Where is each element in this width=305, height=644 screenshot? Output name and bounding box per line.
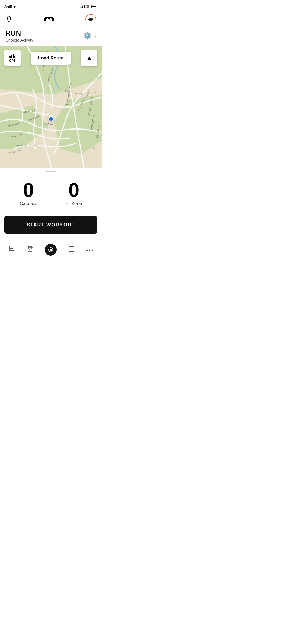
svg-point-27 bbox=[30, 247, 31, 248]
svg-text:MAJESTIC OAKS DR: MAJESTIC OAKS DR bbox=[16, 144, 37, 147]
trophy-icon bbox=[27, 245, 34, 254]
user-location-dot bbox=[48, 116, 54, 122]
svg-point-28 bbox=[50, 249, 52, 251]
nav-feed[interactable] bbox=[6, 244, 18, 255]
signal-icon bbox=[80, 5, 85, 8]
app-header bbox=[0, 12, 102, 28]
svg-rect-1 bbox=[89, 19, 93, 20]
activity-type: RUN bbox=[5, 29, 33, 37]
hr-zone-label: Hr Zone bbox=[65, 201, 82, 206]
navigation-arrow-button[interactable]: ▲ bbox=[81, 50, 97, 66]
bottom-nav bbox=[0, 239, 102, 263]
svg-point-37 bbox=[86, 249, 88, 251]
nav-more[interactable] bbox=[84, 245, 96, 255]
feed-icon bbox=[8, 245, 15, 254]
nav-challenges[interactable] bbox=[24, 244, 36, 255]
ua-logo bbox=[42, 15, 56, 24]
svg-point-39 bbox=[92, 249, 93, 251]
nav-record[interactable] bbox=[42, 243, 59, 257]
load-route-button[interactable]: Load Route bbox=[31, 52, 71, 65]
map-container[interactable]: AQUINA RIVER WAY HALSELL DR EPPERSON TRA… bbox=[0, 46, 102, 168]
hr-zone-value: 0 bbox=[68, 180, 79, 200]
start-workout-button[interactable]: START WORKOUT bbox=[4, 216, 97, 234]
activity-header: RUN Choose Activity ⚙️ › bbox=[0, 28, 102, 46]
battery-icon bbox=[91, 5, 97, 8]
hr-zone-stat: 0 Hr Zone bbox=[65, 180, 82, 206]
wifi-icon: ⌘ bbox=[86, 5, 90, 9]
avatar[interactable] bbox=[85, 14, 96, 25]
svg-point-38 bbox=[89, 249, 91, 251]
status-bar: 3:45 ➤ ⌘ bbox=[0, 0, 102, 12]
calories-stat: 0 Calories bbox=[20, 180, 37, 206]
calories-label: Calories bbox=[20, 201, 37, 206]
arrow-up-icon: ▲ bbox=[86, 54, 93, 62]
location-icon: ➤ bbox=[14, 5, 17, 9]
calories-value: 0 bbox=[23, 180, 33, 200]
gps-button[interactable]: GPS bbox=[4, 50, 21, 66]
status-icons: ⌘ bbox=[80, 5, 97, 9]
record-icon bbox=[45, 244, 57, 256]
log-icon bbox=[68, 245, 75, 254]
more-icon bbox=[86, 246, 93, 254]
activity-sub[interactable]: Choose Activity bbox=[5, 38, 33, 42]
nav-log[interactable] bbox=[65, 244, 78, 255]
activity-controls: ⚙️ › bbox=[83, 31, 96, 40]
gps-label: GPS bbox=[9, 59, 16, 62]
bell-icon[interactable] bbox=[5, 15, 12, 24]
shoe-icon bbox=[88, 16, 94, 23]
settings-icon[interactable]: ⚙️ bbox=[83, 31, 92, 40]
activity-info: RUN Choose Activity bbox=[5, 29, 33, 42]
svg-rect-26 bbox=[9, 246, 10, 251]
chevron-right-icon[interactable]: › bbox=[94, 33, 96, 39]
stats-area: 0 Calories 0 Hr Zone bbox=[0, 172, 102, 212]
status-time: 3:45 bbox=[4, 4, 12, 9]
